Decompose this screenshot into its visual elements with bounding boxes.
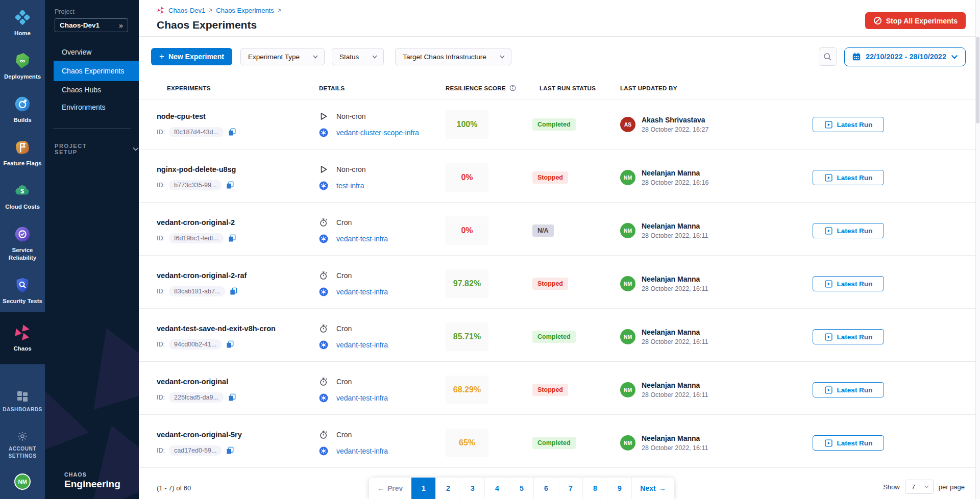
infra-line: vedant-cluster-scope-infra: [319, 128, 446, 137]
scrollbar-thumb[interactable]: [976, 37, 979, 123]
date-range-picker[interactable]: 22/10/2022 - 28/10/2022: [844, 47, 966, 66]
infrastructure-link[interactable]: vedant-test-infra: [336, 447, 388, 455]
stopwatch-icon: [319, 377, 328, 386]
latest-run-button[interactable]: Latest Run: [813, 435, 884, 451]
experiment-name[interactable]: vedant-cron-original-2-raf: [157, 271, 319, 280]
experiment-id: 225fcad5-da9...: [169, 392, 224, 403]
schedule-type: Cron: [336, 378, 352, 386]
infrastructure-link[interactable]: test-infra: [336, 182, 364, 190]
latest-run-button[interactable]: Latest Run: [813, 382, 884, 397]
infrastructure-link[interactable]: vedant-test-infra: [336, 288, 388, 296]
copy-icon[interactable]: [226, 446, 234, 455]
experiment-name[interactable]: vedant-cron-original-2: [157, 218, 319, 227]
latest-run-button[interactable]: Latest Run: [813, 276, 884, 291]
nav-item-chaos-experiments[interactable]: Chaos Experiments: [54, 61, 139, 81]
scrollbar[interactable]: [975, 0, 980, 499]
table-row: nginx-pod-delete-u8sg ID: b773c335-99...…: [139, 153, 980, 203]
experiment-cell: vedant-cron-original-2-raf ID: 83cab181-…: [157, 271, 319, 296]
sidebar-item-chaos[interactable]: Chaos: [0, 312, 45, 365]
experiment-type-filter[interactable]: Experiment Type: [240, 48, 325, 65]
next-page-button[interactable]: Next →: [632, 478, 674, 499]
updated-timestamp: 28 October 2022, 16:11: [642, 391, 708, 398]
stop-all-experiments-button[interactable]: Stop All Experiments: [865, 12, 966, 29]
latest-run-button[interactable]: Latest Run: [813, 117, 884, 132]
sidebar-item-label: Security Tests: [3, 297, 42, 305]
experiment-name[interactable]: node-cpu-test: [157, 112, 319, 120]
infrastructure-link[interactable]: vedant-cluster-scope-infra: [336, 129, 419, 137]
page-button-4[interactable]: 4: [485, 478, 509, 499]
page-button-7[interactable]: 7: [558, 478, 583, 499]
run-view-icon: [824, 386, 833, 394]
cloud-costs-icon: $: [13, 182, 32, 200]
experiment-id: cad17ed0-59...: [169, 445, 222, 456]
prev-page-button[interactable]: ← Prev: [369, 478, 411, 499]
expand-project-icon[interactable]: »: [119, 21, 123, 29]
page-button-5[interactable]: 5: [509, 478, 534, 499]
experiment-id-line: ID: 94cd00b2-41...: [157, 339, 319, 350]
sidebar-item-label: DASHBOARDS: [3, 406, 42, 413]
page-button-9[interactable]: 9: [607, 478, 632, 499]
copy-icon[interactable]: [229, 287, 238, 295]
kubernetes-icon: [319, 181, 328, 190]
latest-run-button[interactable]: Latest Run: [813, 329, 884, 344]
infrastructure-link[interactable]: vedant-test-infra: [336, 341, 388, 349]
latest-run-button[interactable]: Latest Run: [813, 223, 884, 238]
status-filter[interactable]: Status: [332, 48, 384, 65]
resilience-score-value: 65%: [446, 429, 488, 457]
sidebar-item-security-tests[interactable]: Security Tests: [0, 269, 45, 312]
id-label: ID:: [157, 129, 165, 136]
user-avatar[interactable]: NM: [14, 473, 31, 490]
actions-cell: Latest Run: [813, 382, 938, 397]
copy-icon[interactable]: [226, 340, 234, 348]
kubernetes-icon: [319, 446, 328, 456]
copy-icon[interactable]: [228, 234, 236, 242]
play-icon: [319, 112, 328, 121]
infrastructure-link[interactable]: vedant-test-infra: [336, 394, 388, 402]
page-button-8[interactable]: 8: [583, 478, 607, 499]
experiment-name[interactable]: vedant-cron-original: [157, 378, 319, 386]
infrastructure-link[interactable]: vedant-test-infra: [336, 235, 388, 243]
latest-run-button[interactable]: Latest Run: [813, 170, 884, 185]
row-menu-cell: [938, 171, 980, 184]
sidebar-item-account-settings[interactable]: ACCOUNT SETTINGS: [0, 420, 45, 466]
nav-item-chaos-hubs[interactable]: Chaos Hubs: [45, 81, 139, 98]
page-button-2[interactable]: 2: [436, 478, 460, 499]
experiment-name[interactable]: vedant-cron-original-5ry: [157, 431, 319, 439]
updated-by-name: Neelanjan Manna: [642, 222, 708, 230]
nav-item-overview[interactable]: Overview: [45, 43, 139, 61]
experiment-id-line: ID: 83cab181-ab7...: [157, 286, 319, 296]
latest-run-label: Latest Run: [837, 280, 873, 288]
breadcrumb-link-chaos-experiments[interactable]: Chaos Experiments: [216, 7, 274, 14]
search-button[interactable]: [819, 47, 837, 66]
sidebar-item-home[interactable]: Home: [0, 0, 45, 44]
last-run-status-cell: Completed: [532, 331, 620, 343]
copy-icon[interactable]: [228, 128, 236, 136]
page-button-1[interactable]: 1: [411, 478, 436, 499]
actions-cell: Latest Run: [813, 223, 938, 238]
security-tests-icon: [13, 276, 32, 294]
copy-icon[interactable]: [226, 181, 234, 189]
sidebar-item-deployments[interactable]: ∞ Deployments: [0, 44, 45, 88]
sidebar-item-service-reliability[interactable]: Service Reliability: [0, 218, 45, 269]
column-header-experiments: EXPERIMENTS: [157, 85, 319, 91]
experiment-name[interactable]: vedant-test-save-nd-exit-v8h-cron: [157, 325, 319, 333]
service-reliability-icon: [13, 225, 32, 243]
new-experiment-button[interactable]: + New Experiment: [151, 48, 232, 65]
copy-icon[interactable]: [228, 393, 236, 402]
row-menu-cell: [938, 330, 980, 343]
project-selector[interactable]: Chaos-Dev1 »: [55, 18, 128, 32]
nav-item-environments[interactable]: Environments: [45, 98, 139, 116]
app-window: Home ∞ Deployments Builds: [0, 0, 980, 499]
info-icon[interactable]: [509, 85, 516, 91]
sidebar-item-feature-flags[interactable]: Feature Flags: [0, 131, 45, 174]
experiment-name[interactable]: nginx-pod-delete-u8sg: [157, 165, 319, 173]
project-setup-toggle[interactable]: PROJECT SETUP: [55, 143, 139, 155]
breadcrumb-link-project[interactable]: Chaos-Dev1: [168, 7, 205, 14]
page-size-select[interactable]: 7: [905, 480, 934, 494]
page-button-3[interactable]: 3: [460, 478, 485, 499]
sidebar-item-builds[interactable]: Builds: [0, 88, 45, 131]
sidebar-item-dashboards[interactable]: DASHBOARDS: [0, 383, 45, 420]
target-chaos-infrastructure-filter[interactable]: Target Chaos Infrastructure: [395, 48, 511, 65]
sidebar-item-cloud-costs[interactable]: $ Cloud Costs: [0, 174, 45, 218]
page-button-6[interactable]: 6: [534, 478, 558, 499]
